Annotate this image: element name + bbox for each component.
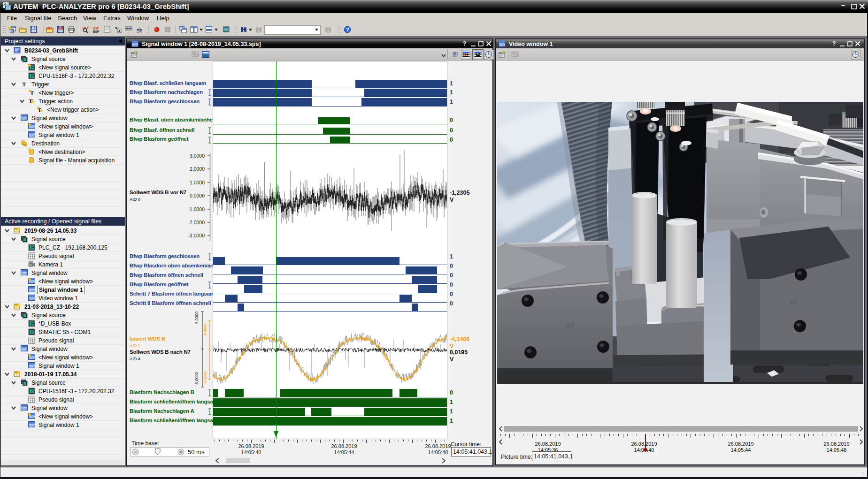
svg-text:T: T bbox=[22, 81, 26, 88]
svg-text:t: t bbox=[128, 31, 129, 34]
svg-text:t: t bbox=[139, 26, 140, 29]
svg-text:46: 46 bbox=[566, 322, 574, 330]
svg-text:EXP: EXP bbox=[93, 30, 100, 33]
svg-text:?: ? bbox=[346, 27, 349, 32]
svg-text:47: 47 bbox=[789, 299, 798, 307]
svg-text:A: A bbox=[118, 29, 121, 33]
svg-text:T: T bbox=[29, 98, 33, 105]
